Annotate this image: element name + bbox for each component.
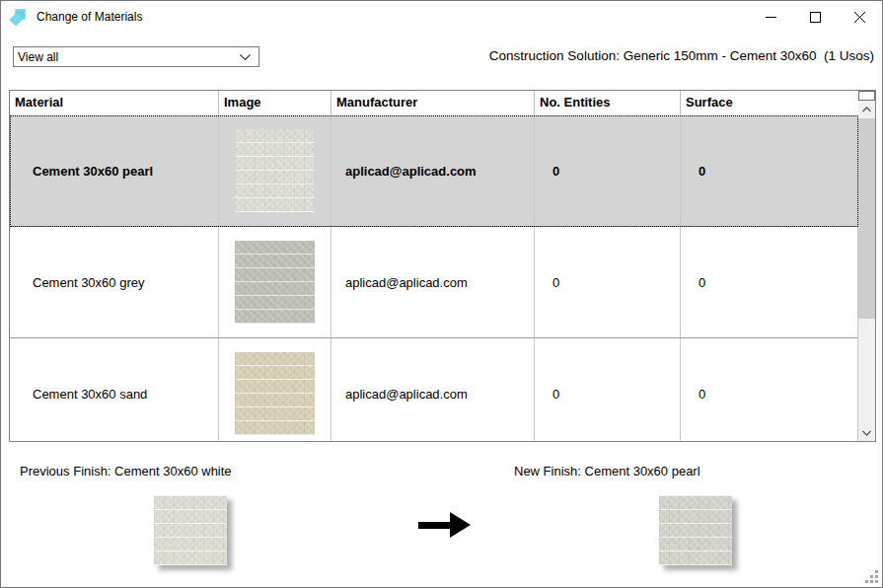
material-swatch-sand [235, 352, 315, 435]
material-cell: Cement 30x60 grey [10, 227, 219, 337]
material-swatch-grey [235, 241, 315, 324]
column-header-entities[interactable]: No. Entities [535, 91, 681, 115]
scroll-down-icon [862, 430, 871, 436]
new-finish-swatch [659, 495, 732, 565]
column-header-manufacturer[interactable]: Manufacturer [331, 91, 535, 115]
image-cell [219, 338, 331, 441]
new-finish-label: New Finish: Cement 30x60 pearl [514, 464, 700, 478]
table-row-cement-pearl[interactable]: Cement 30x60 pearl aplicad@aplicad.com 0… [10, 115, 858, 227]
image-cell [219, 115, 331, 226]
previous-finish-swatch [154, 495, 227, 565]
manufacturer-cell: aplicad@aplicad.com [331, 338, 535, 441]
material-cell: Cement 30x60 sand [10, 338, 219, 441]
table-row-cement-grey[interactable]: Cement 30x60 grey aplicad@aplicad.com 0 … [10, 227, 858, 338]
materials-table-viewport: Material Image Manufacturer No. Entities… [10, 91, 875, 441]
scrollbar-corner [858, 91, 875, 101]
scroll-down-button[interactable] [858, 424, 875, 441]
view-filter-value: View all [18, 50, 58, 64]
surface-cell: 0 [681, 227, 858, 337]
maximize-button[interactable] [793, 1, 838, 33]
window-controls [749, 1, 882, 33]
vertical-scrollbar[interactable] [858, 91, 875, 441]
entities-cell: 0 [535, 227, 681, 337]
view-filter-dropdown[interactable]: View all [13, 46, 259, 67]
entities-cell: 0 [535, 338, 681, 441]
column-header-image[interactable]: Image [219, 91, 331, 115]
column-header-surface[interactable]: Surface [681, 91, 858, 115]
manufacturer-cell: aplicad@aplicad.com [331, 227, 535, 337]
chevron-down-icon [240, 54, 251, 61]
column-header-material[interactable]: Material [10, 91, 219, 115]
app-icon [9, 7, 29, 27]
maximize-icon [810, 12, 821, 23]
change-of-materials-dialog: Change of Materials View all Constructio… [0, 0, 883, 588]
previous-finish-label: Previous Finish: Cement 30x60 white [20, 464, 232, 478]
construction-solution-label: Construction Solution: Generic 150mm - C… [489, 48, 874, 63]
scroll-up-icon [862, 107, 871, 112]
surface-cell: 0 [681, 338, 858, 441]
material-swatch-pearl [235, 129, 315, 212]
image-cell [219, 227, 331, 337]
scrollbar-thumb[interactable] [858, 118, 875, 319]
manufacturer-cell: aplicad@aplicad.com [331, 115, 535, 226]
minimize-icon [766, 12, 776, 23]
material-cell: Cement 30x60 pearl [10, 115, 219, 226]
entities-cell: 0 [535, 115, 681, 226]
table-row-cement-sand[interactable]: Cement 30x60 sand aplicad@aplicad.com 0 … [10, 338, 858, 441]
surface-cell: 0 [681, 115, 858, 226]
title-bar: Change of Materials [1, 1, 882, 33]
arrow-right-icon [418, 512, 470, 538]
close-icon [854, 12, 865, 23]
table-header: Material Image Manufacturer No. Entities… [10, 91, 875, 115]
close-button[interactable] [838, 1, 882, 33]
resize-grip[interactable] [864, 569, 878, 583]
materials-table: Material Image Manufacturer No. Entities… [9, 90, 876, 442]
scroll-up-button[interactable] [858, 101, 875, 117]
window-title: Change of Materials [37, 10, 142, 24]
minimize-button[interactable] [749, 1, 793, 33]
scrollbar-track[interactable] [858, 101, 875, 441]
